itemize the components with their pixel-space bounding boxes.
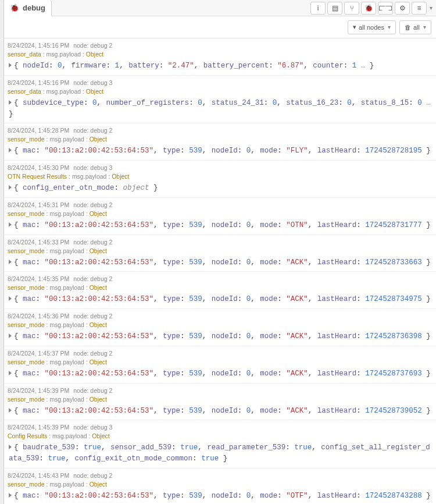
object-key: mode (260, 221, 277, 229)
bug-icon: 🐞 (10, 3, 19, 12)
object-key: battery_percent (203, 62, 269, 70)
bug-icon: 🐞 (364, 4, 373, 12)
object-value: "OTF" (286, 492, 308, 500)
ellipsis[interactable]: … (356, 62, 370, 70)
object-value: 1724528734975 (365, 295, 422, 303)
topic-name: sensor_mode (8, 210, 45, 217)
node-label[interactable]: node: debug 2 (72, 275, 112, 282)
object-key: type (163, 295, 180, 303)
object-key: subdevice_type (23, 99, 84, 107)
gear-icon: ⚙ (399, 4, 406, 12)
ellipsis[interactable]: … (422, 99, 431, 107)
branches-button[interactable]: ⑂ (344, 2, 359, 15)
clear-all-button[interactable]: 🗑 all ▾ (399, 20, 431, 34)
expand-icon[interactable] (9, 493, 12, 498)
context-button[interactable]: ≡ (412, 2, 427, 15)
object-key: lastHeard (317, 295, 357, 303)
node-label[interactable]: node: debug 2 (72, 313, 112, 320)
expand-icon[interactable] (9, 185, 12, 190)
topic-name: sensor_mode (8, 321, 45, 328)
object-value: true (48, 455, 66, 463)
timestamp: 8/24/2024, 1:45:39 PM (8, 424, 69, 431)
expand-icon[interactable] (9, 371, 12, 375)
object-value: 1724528736398 (365, 332, 422, 340)
expand-icon[interactable] (9, 296, 12, 301)
node-label[interactable]: node: debug 2 (72, 387, 112, 394)
timestamp: 8/24/2024, 1:45:35 PM (8, 275, 69, 282)
filter-label: all nodes (359, 24, 384, 31)
object-value: 539 (189, 370, 202, 378)
object-key: lastHeard (317, 221, 357, 229)
message-list[interactable]: 8/24/2024, 1:45:16 PM node: debug 2senso… (4, 38, 436, 504)
object-key: firmware (72, 62, 106, 70)
chart-button[interactable]: ⫍⫎ (378, 2, 393, 15)
topic-type: Object (112, 173, 129, 180)
topic-type: Object (90, 481, 107, 488)
expand-icon[interactable] (9, 445, 12, 449)
tab-debug[interactable]: 🐞 debug (4, 0, 52, 16)
message-header: 8/24/2024, 1:45:39 PM node: debug 2 (8, 386, 434, 395)
message-body: { mac: "00:13:a2:00:42:53:64:53", type: … (8, 489, 434, 503)
chevron-down-icon: ▾ (388, 24, 391, 30)
message-body: { mac: "00:13:a2:00:42:53:64:53", type: … (8, 367, 434, 381)
topic-path: : msg.payload : (45, 359, 90, 365)
topic-name: sensor_mode (8, 481, 45, 488)
node-label[interactable]: node: debug 2 (72, 201, 112, 208)
object-value: true (294, 443, 312, 452)
object-key: type (163, 221, 180, 229)
expand-icon[interactable] (9, 260, 12, 264)
expand-icon[interactable] (9, 148, 12, 152)
filter-nodes-button[interactable]: ▾ all nodes ▾ (348, 20, 396, 34)
debug-message: 8/24/2024, 1:45:37 PM node: debug 2senso… (4, 346, 436, 383)
topic-type: Object (90, 321, 107, 328)
node-label[interactable]: node: debug 3 (72, 164, 112, 171)
object-key: mode (260, 332, 277, 340)
node-label[interactable]: node: debug 2 (72, 42, 112, 49)
timestamp: 8/24/2024, 1:45:16 PM (8, 79, 69, 86)
object-key: sensor_add_539 (110, 443, 171, 452)
topic-name: sensor_mode (8, 247, 45, 254)
topic-type: Object (92, 432, 109, 439)
expand-icon[interactable] (9, 63, 12, 68)
object-key: mode (260, 492, 277, 500)
debug-message: 8/24/2024, 1:45:31 PM node: debug 2senso… (4, 197, 436, 235)
message-topic: sensor_mode : msg.payload : Object (8, 480, 434, 489)
object-key: type (163, 492, 180, 500)
expand-icon[interactable] (9, 100, 12, 105)
topic-type: Object (90, 396, 107, 403)
debug-tab-button[interactable]: 🐞 (361, 2, 376, 15)
object-key: nodeId (212, 332, 238, 340)
info-button[interactable]: i (310, 2, 326, 15)
settings-button[interactable]: ⚙ (395, 2, 410, 15)
object-key: mode (260, 407, 277, 415)
more-dropdown[interactable]: ▾ (430, 5, 433, 11)
expand-icon[interactable] (9, 333, 12, 338)
timestamp: 8/24/2024, 1:45:39 PM (8, 387, 69, 394)
object-value: 539 (189, 221, 202, 229)
topic-type: Object (90, 210, 107, 217)
expand-icon[interactable] (9, 408, 12, 413)
timestamp: 8/24/2024, 1:45:28 PM (8, 127, 69, 134)
message-header: 8/24/2024, 1:45:31 PM node: debug 2 (8, 200, 434, 210)
help-button[interactable]: ▤ (327, 2, 342, 15)
expand-icon[interactable] (9, 222, 12, 227)
object-value: "ACK" (286, 258, 308, 267)
debug-message: 8/24/2024, 1:45:36 PM node: debug 2senso… (4, 308, 436, 346)
node-label[interactable]: node: debug 2 (72, 127, 112, 134)
message-topic: sensor_data : msg.payload : Object (8, 50, 434, 59)
book-icon: ▤ (332, 4, 338, 12)
topic-path: : msg.payload : (45, 247, 90, 254)
topic-path: : msg.payload : (41, 51, 86, 58)
filter-bar: ▾ all nodes ▾ 🗑 all ▾ (4, 16, 436, 38)
node-label[interactable]: node: debug 3 (72, 79, 112, 86)
node-label[interactable]: node: debug 3 (72, 424, 112, 431)
object-key: mac (23, 147, 36, 155)
trash-icon: 🗑 (405, 24, 411, 31)
node-label[interactable]: node: debug 2 (72, 472, 112, 479)
object-key: lastHeard (317, 332, 357, 340)
object-key: nodeId (212, 407, 238, 415)
node-label[interactable]: node: debug 2 (72, 239, 112, 246)
topic-name: sensor_data (8, 51, 41, 58)
node-label[interactable]: node: debug 2 (72, 350, 112, 357)
tab-label: debug (23, 3, 45, 12)
